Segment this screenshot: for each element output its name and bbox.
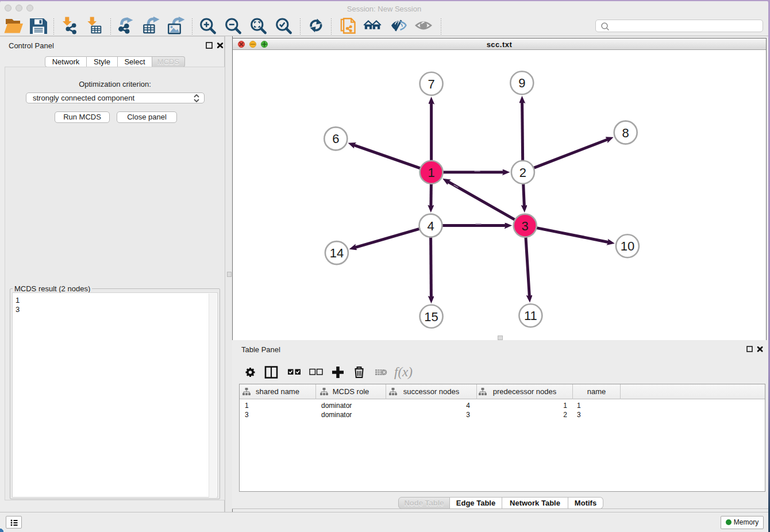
svg-text:3: 3: [522, 219, 529, 233]
svg-text:f(x): f(x): [394, 365, 413, 379]
svg-text:2: 2: [519, 165, 526, 180]
svg-text:11: 11: [524, 309, 537, 323]
svg-text:8: 8: [622, 126, 629, 140]
svg-text:4: 4: [427, 219, 434, 233]
svg-text:1: 1: [428, 165, 434, 180]
svg-text:7: 7: [428, 77, 434, 91]
svg-text:14: 14: [330, 246, 344, 260]
svg-text:15: 15: [424, 310, 438, 324]
svg-text:6: 6: [332, 132, 339, 146]
svg-text:9: 9: [518, 76, 525, 90]
svg-text:10: 10: [621, 239, 634, 253]
